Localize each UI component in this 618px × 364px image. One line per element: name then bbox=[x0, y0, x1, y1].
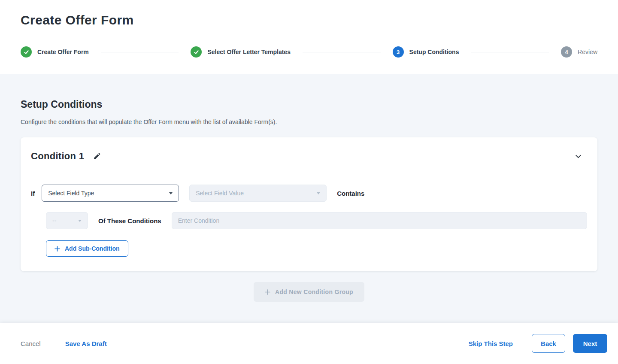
add-sub-condition-button[interactable]: Add Sub-Condition bbox=[46, 240, 128, 257]
pencil-icon bbox=[93, 152, 101, 161]
step-setup-conditions[interactable]: 3 Setup Conditions bbox=[393, 46, 459, 58]
check-icon bbox=[194, 49, 199, 55]
step-1-label: Create Offer Form bbox=[37, 49, 89, 55]
stepper-connector bbox=[101, 52, 179, 52]
check-icon bbox=[24, 49, 29, 55]
condition-row-main: If Select Field Type Select Field Value … bbox=[31, 185, 587, 202]
step-1-indicator bbox=[21, 46, 32, 58]
condition-input[interactable] bbox=[172, 212, 587, 229]
edit-condition-name-button[interactable] bbox=[92, 152, 102, 161]
wizard-footer: Cancel Save As Draft Skip This Step Back… bbox=[0, 323, 618, 364]
operator-label: Contains bbox=[337, 190, 364, 197]
wizard-stepper: Create Offer Form Select Offer Letter Te… bbox=[21, 46, 597, 58]
add-new-condition-group-label: Add New Condition Group bbox=[275, 288, 353, 295]
logic-operator-select[interactable]: -- bbox=[46, 212, 88, 229]
plus-icon bbox=[55, 246, 60, 252]
condition-group-card: Condition 1 If Select Field Type Select bbox=[21, 137, 597, 271]
of-these-conditions-label: Of These Conditions bbox=[98, 217, 161, 224]
caret-down-icon bbox=[169, 192, 173, 194]
condition-card-header: Condition 1 bbox=[31, 149, 587, 163]
field-type-select[interactable]: Select Field Type bbox=[42, 185, 179, 202]
logic-operator-select-value: -- bbox=[52, 217, 56, 224]
step-2-indicator bbox=[191, 46, 202, 58]
cancel-button[interactable]: Cancel bbox=[21, 340, 41, 347]
step-3-indicator: 3 bbox=[393, 46, 404, 58]
skip-this-step-button[interactable]: Skip This Step bbox=[469, 340, 513, 347]
main-content: Setup Conditions Configure the condition… bbox=[0, 74, 618, 323]
caret-down-icon bbox=[78, 220, 82, 222]
section-description: Configure the conditions that will popul… bbox=[21, 118, 597, 126]
plus-icon bbox=[265, 289, 270, 295]
step-review[interactable]: 4 Review bbox=[561, 46, 597, 58]
next-button[interactable]: Next bbox=[573, 334, 607, 353]
step-create-offer-form[interactable]: Create Offer Form bbox=[21, 46, 89, 58]
back-button[interactable]: Back bbox=[532, 334, 565, 353]
add-new-condition-group-button[interactable]: Add New Condition Group bbox=[254, 282, 364, 302]
page-title: Create Offer Form bbox=[21, 13, 597, 27]
page-header: Create Offer Form Create Offer Form Sele… bbox=[0, 0, 618, 74]
step-2-label: Select Offer Letter Templates bbox=[207, 49, 290, 55]
stepper-connector bbox=[471, 52, 549, 52]
collapse-condition-button[interactable] bbox=[573, 151, 584, 162]
step-4-label: Review bbox=[578, 49, 597, 55]
chevron-down-icon bbox=[575, 153, 582, 160]
step-select-offer-letter-templates[interactable]: Select Offer Letter Templates bbox=[191, 46, 290, 58]
save-as-draft-button[interactable]: Save As Draft bbox=[65, 340, 107, 347]
section-title: Setup Conditions bbox=[21, 98, 597, 111]
stepper-connector bbox=[303, 52, 381, 52]
field-type-select-value: Select Field Type bbox=[48, 190, 94, 197]
step-3-label: Setup Conditions bbox=[409, 49, 459, 55]
field-value-select[interactable]: Select Field Value bbox=[189, 185, 327, 202]
caret-down-icon bbox=[317, 192, 320, 194]
add-sub-condition-label: Add Sub-Condition bbox=[65, 245, 120, 252]
if-label: If bbox=[31, 190, 35, 197]
condition-title: Condition 1 bbox=[31, 151, 84, 162]
field-value-select-placeholder: Select Field Value bbox=[196, 190, 244, 197]
step-4-indicator: 4 bbox=[561, 46, 572, 58]
condition-row-sub: -- Of These Conditions bbox=[31, 212, 587, 229]
